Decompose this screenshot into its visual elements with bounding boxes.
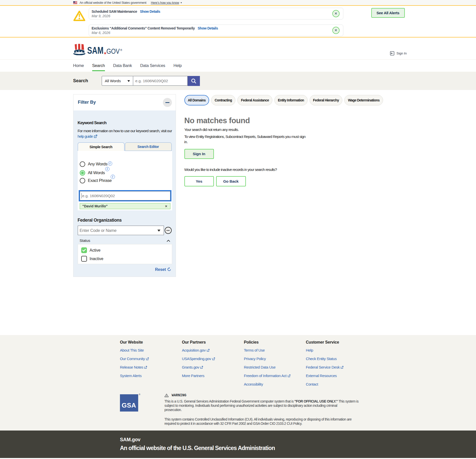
svg-text:®: ® [120, 48, 122, 51]
svg-text:GOV: GOV [106, 47, 120, 55]
svg-text:★: ★ [75, 50, 77, 53]
svg-text:SAM: SAM [87, 45, 103, 55]
svg-text:★: ★ [78, 50, 80, 52]
svg-text:★: ★ [81, 50, 82, 53]
